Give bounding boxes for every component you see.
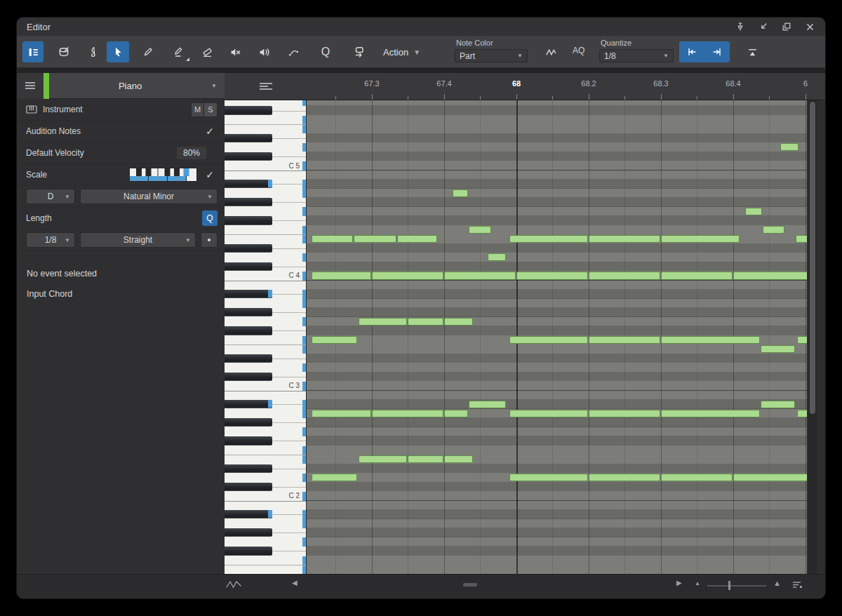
midi-note[interactable] — [354, 235, 396, 243]
midi-note[interactable] — [469, 401, 507, 408]
new-window-icon[interactable] — [778, 19, 795, 34]
midi-note[interactable] — [444, 318, 473, 326]
midi-note[interactable] — [733, 272, 807, 279]
paint-tool-button[interactable] — [167, 41, 191, 62]
velocity-value-field[interactable]: 80% — [177, 147, 206, 159]
midi-note[interactable] — [661, 235, 740, 243]
length-quantize-button[interactable]: Q — [202, 210, 218, 226]
midi-note[interactable] — [509, 235, 587, 243]
piano-key-black[interactable] — [225, 326, 272, 335]
piano-key-black[interactable] — [225, 152, 272, 161]
midi-note[interactable] — [589, 235, 660, 243]
snap-end-button[interactable] — [704, 41, 730, 62]
piano-key-black[interactable] — [225, 373, 272, 381]
action-dropdown[interactable]: Action ▼ — [379, 41, 425, 62]
piano-key-black[interactable] — [225, 483, 272, 491]
midi-note[interactable] — [509, 474, 587, 481]
midi-note[interactable] — [444, 410, 468, 417]
midi-note[interactable] — [397, 235, 438, 243]
piano-key-black[interactable] — [225, 464, 272, 473]
midi-note[interactable] — [312, 336, 357, 344]
zoom-in-button[interactable]: ▲ — [773, 579, 781, 587]
piano-key-black[interactable] — [225, 354, 272, 363]
midi-note[interactable] — [661, 336, 760, 344]
midi-note[interactable] — [312, 272, 370, 279]
piano-keyboard[interactable]: C 5C 4C 3C 2 — [225, 100, 307, 574]
piano-key-black[interactable] — [225, 134, 272, 142]
midi-note[interactable] — [589, 410, 660, 417]
curve-tool-button[interactable] — [281, 41, 306, 62]
automation-lane-button[interactable] — [226, 580, 241, 589]
piano-roll-grid[interactable] — [307, 100, 807, 574]
midi-note[interactable] — [589, 336, 660, 344]
zoom-slider-track[interactable] — [707, 585, 766, 587]
piano-key-black[interactable] — [225, 198, 272, 206]
eraser-tool-button[interactable] — [196, 41, 218, 62]
midi-note[interactable] — [797, 410, 807, 417]
drum-editor-button[interactable] — [53, 41, 74, 62]
repeat-action-button[interactable] — [345, 41, 373, 62]
piano-key-black[interactable] — [225, 180, 272, 188]
midi-note[interactable] — [796, 235, 807, 243]
scale-checkbox[interactable]: ✓ — [206, 169, 214, 180]
lane-options-button[interactable] — [259, 81, 273, 91]
piano-key-black[interactable] — [225, 262, 272, 271]
midi-note[interactable] — [444, 455, 473, 463]
solo-button[interactable]: S — [204, 102, 218, 117]
input-chord-label[interactable]: Input Chord — [17, 284, 225, 304]
quantize-tool-button[interactable]: Q — [314, 41, 337, 62]
note-color-dropdown[interactable]: Part ▼ — [455, 49, 528, 62]
track-name[interactable]: Piano — [49, 81, 211, 91]
zoom-out-button[interactable]: ▲ — [695, 580, 700, 587]
midi-note[interactable] — [372, 410, 443, 417]
close-icon[interactable] — [801, 19, 818, 34]
midi-note[interactable] — [359, 455, 407, 463]
score-editor-button[interactable] — [83, 41, 104, 62]
midi-note[interactable] — [661, 410, 760, 417]
midi-note[interactable] — [509, 410, 587, 417]
midi-note[interactable] — [745, 208, 762, 215]
mute-tool-button[interactable] — [223, 41, 247, 62]
track-menu-button[interactable] — [17, 73, 44, 99]
scale-type-dropdown[interactable]: Natural Minor ▼ — [80, 189, 218, 204]
midi-note[interactable] — [797, 336, 807, 344]
piano-key-black[interactable] — [225, 436, 272, 445]
vertical-scrollbar-thumb[interactable] — [810, 102, 815, 414]
midi-note[interactable] — [516, 272, 588, 279]
mute-button[interactable]: M — [191, 102, 204, 117]
length-mode-dropdown[interactable]: Straight ▼ — [80, 232, 196, 248]
midi-note[interactable] — [733, 474, 807, 481]
zoom-slider-handle[interactable] — [728, 581, 730, 590]
midi-note[interactable] — [312, 235, 353, 243]
vertical-scrollbar[interactable] — [808, 100, 817, 574]
pencil-tool-button[interactable] — [138, 41, 159, 62]
midi-note[interactable] — [763, 226, 784, 234]
midi-note[interactable] — [661, 272, 733, 279]
timeline-ruler[interactable]: 67.367.46868.268.368.46 — [307, 73, 825, 100]
piano-key-black[interactable] — [225, 400, 272, 408]
midi-note[interactable] — [444, 272, 516, 279]
pin-icon[interactable] — [732, 19, 749, 34]
midi-note[interactable] — [408, 455, 443, 463]
arrow-tool-button[interactable] — [107, 41, 129, 62]
midi-note[interactable] — [372, 272, 443, 279]
midi-note[interactable] — [453, 189, 468, 197]
midi-note[interactable] — [589, 474, 660, 481]
scroll-right-arrow[interactable]: ▶ — [676, 579, 682, 587]
editor-view-button[interactable] — [22, 41, 44, 62]
quantize-dropdown[interactable]: 1/8 ▼ — [599, 49, 674, 62]
velocity-lane-button[interactable] — [542, 41, 560, 62]
piano-key-black[interactable] — [225, 106, 272, 114]
piano-key-black[interactable] — [225, 216, 272, 225]
listen-tool-button[interactable] — [253, 41, 275, 62]
audition-checkbox[interactable]: ✓ — [206, 126, 214, 137]
midi-note[interactable] — [408, 318, 443, 326]
aq-button[interactable]: AQ — [573, 46, 584, 55]
piano-key-black[interactable] — [225, 308, 272, 316]
length-value-dropdown[interactable]: 1/8 ▼ — [26, 232, 75, 248]
piano-key-black[interactable] — [225, 510, 272, 518]
detach-icon[interactable] — [755, 19, 772, 34]
scale-root-dropdown[interactable]: D ▼ — [26, 189, 75, 204]
piano-key-black[interactable] — [225, 290, 272, 298]
scroll-left-arrow[interactable]: ◀ — [292, 579, 298, 587]
